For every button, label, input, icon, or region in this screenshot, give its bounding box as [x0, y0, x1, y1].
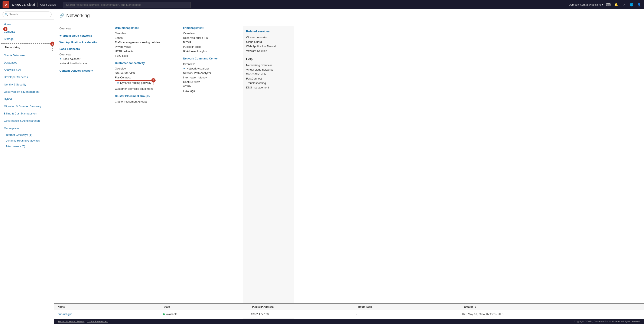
cc-overview[interactable]: Overview: [115, 66, 179, 71]
dns-tsig[interactable]: TSIG keys: [115, 54, 179, 58]
step-badge-3: 3: [151, 78, 156, 82]
ncc-vtaps[interactable]: VTAPs: [183, 84, 238, 89]
sidebar-item-networking-container: 2 Networking: [1, 43, 53, 51]
td-ip: 138.2.177.128: [251, 312, 356, 316]
networking-col2: DNS management Overview Zones Traffic ma…: [115, 26, 183, 320]
related-waf[interactable]: Web Application Firewall: [246, 44, 290, 48]
sidebar-search-box: 🔍: [0, 10, 54, 20]
ncc-analyzer[interactable]: Network Path Analyzer: [183, 71, 238, 75]
th-route: Route Table: [358, 306, 464, 308]
sidebar-item-migration[interactable]: Migration & Disaster Recovery: [0, 103, 54, 110]
star-icon-ncc: ★: [183, 67, 185, 70]
global-search-input[interactable]: [63, 2, 191, 8]
star-icon-drg: ★: [117, 82, 119, 84]
ncc-capture[interactable]: Capture filters: [183, 80, 238, 84]
th-state: State: [164, 306, 252, 308]
ip-reserved[interactable]: Reserved public IPs: [183, 36, 238, 40]
th-created: Created ▼: [464, 306, 640, 308]
step-badge-1: 1: [3, 27, 8, 31]
related-cluster-networks[interactable]: Cluster networks: [246, 35, 290, 40]
globe-icon[interactable]: 🌐: [629, 2, 634, 7]
networking-col4: Related services Cluster networks Cloud …: [243, 26, 294, 320]
overview-link-main[interactable]: Overview: [60, 26, 110, 31]
sidebar-item-billing[interactable]: Billing & Cost Management: [0, 110, 54, 117]
sidebar-item-storage[interactable]: Storage: [0, 36, 54, 43]
cloud-classic-button[interactable]: Cloud Classic ›: [38, 2, 60, 7]
sidebar-item-dynamic-routing-gateways[interactable]: Dynamic Routing Gateways: [0, 138, 54, 144]
sidebar-item-analytics-ai[interactable]: Analytics & AI: [0, 66, 54, 74]
ncc-visualizer[interactable]: ★ Network visualizer: [183, 66, 238, 71]
sidebar-item-databases[interactable]: Databases: [0, 59, 54, 66]
networking-col1: Overview ★ Virtual cloud networks Web Ap…: [60, 26, 115, 320]
sidebar-item-marketplace[interactable]: Marketplace: [0, 125, 54, 132]
bell-icon[interactable]: 🔔: [614, 2, 618, 7]
footer-bar: Terms of Use and Privacy Cookie Preferen…: [54, 319, 644, 324]
footer-terms-link[interactable]: Terms of Use and Privacy: [58, 320, 84, 323]
sidebar-item-oracle-database[interactable]: Oracle Database: [0, 52, 54, 59]
footer-left: Terms of Use and Privacy Cookie Preferen…: [58, 320, 108, 323]
help-fastconnect[interactable]: FastConnect: [246, 76, 290, 81]
cpg-title: Cluster Placement Groups: [115, 94, 179, 98]
sidebar-item-governance[interactable]: Governance & Administration: [0, 117, 54, 124]
cc-vpn[interactable]: Site-to-Site VPN: [115, 71, 179, 75]
ncc-flow-logs[interactable]: Flow logs: [183, 89, 238, 93]
row-actions-menu[interactable]: ⋮: [637, 312, 640, 316]
help-troubleshooting[interactable]: Troubleshooting: [246, 81, 290, 85]
help-icon[interactable]: ?: [622, 2, 626, 7]
drg-link-container: 3 ★ Dynamic routing gateway: [115, 80, 154, 85]
dns-http[interactable]: HTTP redirects: [115, 49, 179, 54]
lb-overview-link[interactable]: Overview: [60, 52, 110, 57]
sidebar-item-compute[interactable]: Compute: [0, 28, 54, 36]
ip-pools[interactable]: Public IP pools: [183, 44, 238, 49]
star-icon-lb: ★: [60, 58, 62, 60]
table-area: Name State Public IP Address Route Table…: [54, 303, 644, 318]
sidebar-item-attachments[interactable]: Attachments (0): [0, 144, 54, 149]
td-state: Available: [163, 312, 251, 316]
cc-fastconnect[interactable]: FastConnect: [115, 75, 179, 80]
ip-overview[interactable]: Overview: [183, 31, 238, 36]
user-icon[interactable]: 👤: [637, 2, 642, 7]
sidebar-item-observability[interactable]: Observability & Management: [0, 88, 54, 96]
dns-private-views[interactable]: Private views: [115, 44, 179, 49]
sidebar-search-wrapper: 🔍: [2, 12, 52, 17]
region-selector[interactable]: Germany Central (Frankfurt) ▾: [569, 3, 603, 6]
dns-overview[interactable]: Overview: [115, 31, 179, 36]
close-button[interactable]: ✕: [2, 1, 10, 8]
ip-mgmt-title: IP management: [183, 26, 238, 30]
sidebar-item-developer-services[interactable]: Developer Services: [0, 74, 54, 81]
help-vpn[interactable]: Site-to-Site VPN: [246, 72, 290, 76]
ncc-overview[interactable]: Overview: [183, 62, 238, 66]
state-dot: [163, 313, 165, 315]
oracle-logo: ORACLE Cloud: [12, 3, 35, 6]
cc-cpe[interactable]: Customer-premises equipment: [115, 86, 179, 91]
sidebar-item-home[interactable]: Home: [0, 21, 54, 28]
td-name[interactable]: hub-nat-gw: [58, 312, 163, 316]
sidebar-item-networking[interactable]: Networking: [1, 43, 53, 51]
lb-network-link[interactable]: Network load balancer: [60, 61, 110, 66]
ip-insights[interactable]: IP Address Insights: [183, 49, 238, 54]
sidebar-nav: Home Compute Storage 2 Networking: [0, 20, 54, 324]
help-dns[interactable]: DNS management: [246, 85, 290, 90]
help-networking-overview[interactable]: Networking overview: [246, 63, 290, 67]
th-name: Name: [58, 306, 164, 308]
terminal-icon[interactable]: ⌨: [606, 2, 611, 7]
table-row: hub-nat-gw Available 138.2.177.128 - Thu…: [54, 310, 644, 318]
ncc-title: Network Command Center: [183, 57, 238, 60]
ncc-latency[interactable]: Inter-region latency: [183, 75, 238, 80]
ip-byoip[interactable]: BYOIP: [183, 40, 238, 44]
sidebar-item-identity-security[interactable]: Identity & Security: [0, 81, 54, 88]
sidebar-item-internet-gateways[interactable]: Internet Gateways (1): [0, 132, 54, 138]
cpg-link[interactable]: Cluster Placement Groups: [115, 99, 179, 104]
help-vcn[interactable]: Virtual cloud networks: [246, 67, 290, 72]
related-vmware[interactable]: VMware Solution: [246, 48, 290, 53]
drg-link[interactable]: Dynamic routing gateway: [120, 81, 151, 84]
td-route: -: [356, 312, 462, 316]
lb-load-balancer-link[interactable]: ★ Load balancer: [60, 57, 110, 61]
sidebar-item-hybrid[interactable]: Hybrid: [0, 96, 54, 103]
footer-cookies-link[interactable]: Cookie Preferences: [87, 320, 108, 323]
main-layout: 🔍 Home Compute Storage 2: [0, 10, 644, 324]
sidebar-search-input[interactable]: [2, 12, 52, 17]
dns-zones[interactable]: Zones: [115, 36, 179, 40]
related-cloud-guard[interactable]: Cloud Guard: [246, 40, 290, 44]
dns-traffic[interactable]: Traffic management steering policies: [115, 40, 179, 44]
